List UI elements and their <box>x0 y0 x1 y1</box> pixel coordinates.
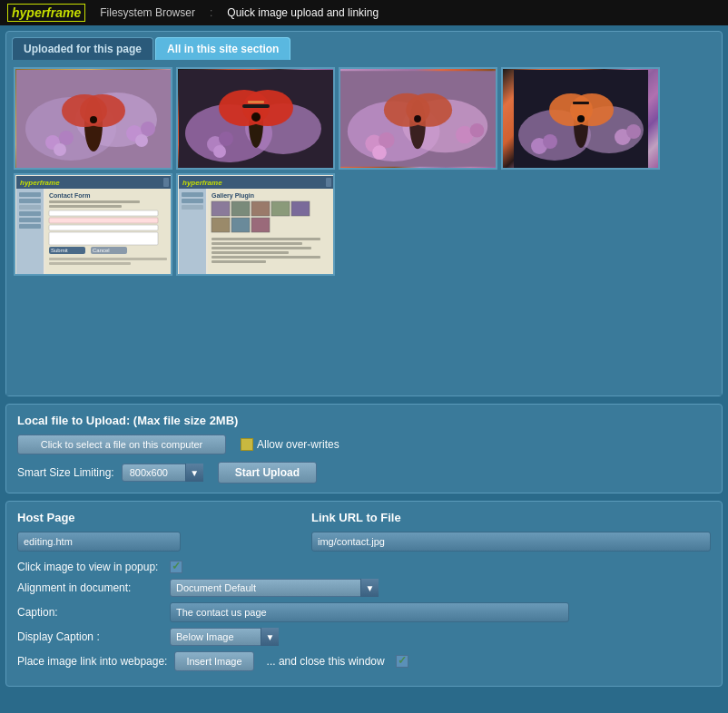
nav-quick-upload[interactable]: Quick image upload and linking <box>227 6 379 19</box>
svg-text:Cancel: Cancel <box>93 248 110 253</box>
display-caption-row: Display Caption : Below Image Above Imag… <box>17 628 711 646</box>
place-image-row: Place image link into webpage: Insert Im… <box>17 651 711 671</box>
link-url-column: Link URL to File <box>311 511 711 555</box>
link-url-title: Link URL to File <box>311 511 711 524</box>
svg-point-34 <box>372 145 387 160</box>
svg-rect-95 <box>212 251 289 254</box>
svg-rect-67 <box>49 232 158 245</box>
alignment-label: Alignment in document: <box>17 581 162 594</box>
nav-separator: : <box>210 6 212 19</box>
smart-size-select[interactable]: 800x600 1024x768 640x480 No Limit <box>122 464 203 482</box>
svg-text:Submit: Submit <box>51 248 68 253</box>
image-thumb-2[interactable] <box>176 67 335 170</box>
caption-row: Caption: <box>17 602 711 622</box>
alignment-select-wrapper: Document Default Left Right Center ▼ <box>170 579 379 597</box>
svg-rect-79 <box>182 192 203 197</box>
image-thumb-6[interactable]: hyperframe Gallery Plugin <box>176 173 335 276</box>
caption-input[interactable] <box>170 602 569 622</box>
display-caption-select[interactable]: Below Image Above Image None <box>170 628 279 646</box>
topbar: hyperframe Filesystem Browser : Quick im… <box>0 0 728 25</box>
svg-point-48 <box>626 124 641 139</box>
click-popup-row: Click image to view in popup: ✓ <box>17 561 711 573</box>
svg-rect-59 <box>19 224 41 229</box>
svg-point-11 <box>141 122 155 136</box>
svg-rect-77 <box>326 178 331 187</box>
svg-rect-62 <box>49 200 140 203</box>
host-page-title: Host Page <box>17 511 300 524</box>
display-caption-select-wrapper: Below Image Above Image None ▼ <box>170 628 279 646</box>
host-page-input[interactable] <box>17 532 181 552</box>
svg-point-31 <box>414 115 421 122</box>
smart-size-label: Smart Size Limiting: <box>17 466 114 479</box>
svg-rect-56 <box>19 205 41 210</box>
svg-rect-66 <box>49 225 158 230</box>
upload-row-1: Click to select a file on this computer … <box>17 435 711 454</box>
svg-rect-92 <box>212 238 320 240</box>
file-select-button[interactable]: Click to select a file on this computer <box>17 435 226 454</box>
svg-rect-89 <box>212 218 230 232</box>
svg-rect-97 <box>212 260 266 263</box>
tab-site-section[interactable]: All in this site section <box>155 37 290 60</box>
svg-rect-90 <box>231 218 250 232</box>
butterfly-image-4 <box>514 70 648 168</box>
smart-size-group: Smart Size Limiting: 800x600 1024x768 64… <box>17 464 203 482</box>
svg-point-44 <box>577 115 585 122</box>
svg-rect-72 <box>49 258 167 260</box>
tabs-row: Uploaded for this page All in this site … <box>6 32 722 60</box>
svg-rect-63 <box>49 205 122 208</box>
svg-rect-52 <box>163 178 169 187</box>
image-thumb-1[interactable] <box>14 67 172 170</box>
place-image-label: Place image link into webpage: <box>17 655 167 668</box>
alignment-select[interactable]: Document Default Left Right Center <box>170 579 379 597</box>
image-thumb-5[interactable]: hyperframe Contact Form <box>14 173 172 276</box>
allow-overwrite-checkbox[interactable] <box>241 438 253 451</box>
link-url-input[interactable] <box>311 532 711 552</box>
screenshot-image-1: hyperframe Contact Form <box>16 176 171 274</box>
svg-point-12 <box>135 134 148 147</box>
close-window-text: ... and close this window <box>267 655 385 668</box>
upload-row-2: Smart Size Limiting: 800x600 1024x768 64… <box>17 462 711 483</box>
tabs-section: Uploaded for this page All in this site … <box>5 31 723 396</box>
svg-rect-88 <box>291 201 310 216</box>
upload-section: Local file to Upload: (Max file size 2MB… <box>5 404 723 493</box>
svg-point-5 <box>80 94 125 127</box>
svg-rect-58 <box>19 218 41 222</box>
caption-label: Caption: <box>17 606 162 619</box>
svg-point-30 <box>406 93 452 126</box>
allow-overwrite-group: Allow over-writes <box>241 438 339 451</box>
insert-image-button[interactable]: Insert Image <box>174 651 253 671</box>
close-window-checkbox[interactable]: ✓ <box>396 655 408 668</box>
upload-title: Local file to Upload: (Max file size 2MB… <box>17 414 711 427</box>
svg-text:hyperframe: hyperframe <box>182 179 222 187</box>
image-thumb-4[interactable] <box>501 67 660 170</box>
link-columns: Host Page Link URL to File <box>17 511 711 555</box>
image-thumb-3[interactable] <box>339 67 497 170</box>
image-grid: hyperframe Contact Form <box>6 60 722 396</box>
alignment-row: Alignment in document: Document Default … <box>17 579 711 597</box>
svg-rect-93 <box>212 242 302 245</box>
display-caption-label: Display Caption : <box>17 630 162 643</box>
svg-rect-73 <box>49 262 131 265</box>
svg-rect-91 <box>251 218 270 232</box>
svg-point-46 <box>543 134 557 149</box>
svg-rect-96 <box>212 256 320 259</box>
svg-rect-84 <box>212 201 230 216</box>
svg-rect-57 <box>19 211 41 216</box>
svg-point-23 <box>219 132 233 146</box>
butterfly-image-3 <box>340 70 496 168</box>
svg-rect-85 <box>231 201 250 216</box>
svg-rect-86 <box>251 201 270 216</box>
svg-rect-43 <box>573 102 589 104</box>
svg-point-8 <box>59 131 74 145</box>
svg-point-9 <box>54 143 66 156</box>
logo: hyperframe <box>7 4 85 22</box>
svg-rect-80 <box>182 199 203 203</box>
tab-uploaded-page[interactable]: Uploaded for this page <box>12 37 153 60</box>
click-popup-checkbox[interactable]: ✓ <box>170 561 182 573</box>
main-content: Uploaded for this page All in this site … <box>0 25 728 692</box>
butterfly-image-1 <box>16 70 171 168</box>
svg-rect-94 <box>212 247 311 249</box>
nav-filesystem[interactable]: Filesystem Browser <box>100 6 195 19</box>
svg-rect-19 <box>242 104 270 108</box>
start-upload-button[interactable]: Start Upload <box>218 462 317 483</box>
